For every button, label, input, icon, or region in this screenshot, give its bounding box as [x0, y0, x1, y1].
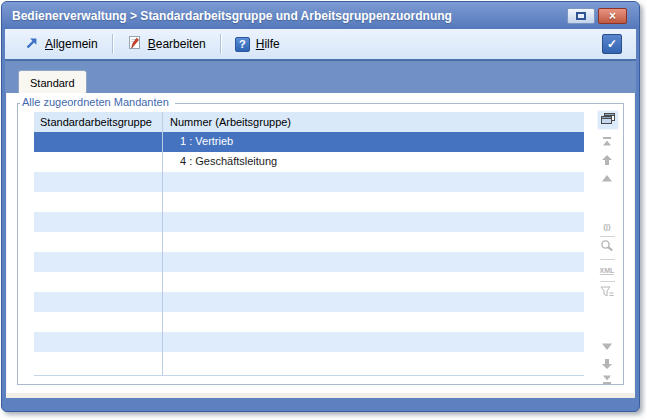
bearbeiten-button[interactable]: Bearbeiten — [119, 32, 214, 56]
hilfe-label: Hilfe — [256, 37, 280, 51]
allgemein-button[interactable]: Allgemein — [17, 33, 106, 56]
filter-icon — [600, 284, 614, 302]
step-down-icon — [600, 339, 614, 357]
tab-strip: Standard — [5, 60, 636, 93]
cell-nummer-arbeitsgruppe: 4 : Geschäftsleitung — [162, 152, 584, 172]
scroll-to-top-button[interactable] — [597, 134, 617, 152]
filter-button[interactable] — [597, 284, 617, 302]
table-row-empty[interactable] — [34, 332, 584, 352]
main-toolbar: Allgemein Bearbeiten ? Hilfe ✓ — [5, 29, 636, 60]
search-icon — [600, 239, 614, 257]
allgemein-label: Allgemein — [45, 37, 98, 51]
groupbox-legend: Alle zugeordneten Mandanten — [20, 96, 175, 108]
close-button[interactable]: × — [598, 8, 627, 24]
close-icon: × — [609, 10, 616, 22]
column-divider[interactable] — [162, 112, 163, 375]
workgroup-table: Standardarbeitsgruppe Nummer (Arbeitsgru… — [34, 112, 584, 352]
desktop-background: { "window": { "title": "Bedienerverwaltu… — [0, 0, 646, 420]
scroll-to-bottom-button[interactable] — [597, 371, 617, 389]
side-toolbar-separator — [600, 236, 615, 237]
app-window: Bedienerverwaltung > Standardarbeitsgrup… — [1, 1, 640, 412]
move-up-button[interactable] — [597, 152, 617, 170]
table-empty-rows — [34, 172, 584, 352]
xml-export-button[interactable]: XML — [597, 262, 617, 280]
cell-nummer-arbeitsgruppe: 1 : Vertrieb — [162, 132, 584, 152]
confirm-button[interactable]: ✓ — [602, 34, 622, 54]
step-up-icon — [600, 170, 614, 188]
tab-standard[interactable]: Standard — [18, 70, 87, 94]
table-row-empty[interactable] — [34, 292, 584, 312]
table-row-empty[interactable] — [34, 232, 584, 252]
table-row-empty[interactable] — [34, 212, 584, 232]
table-row-empty[interactable] — [34, 172, 584, 192]
table-row-empty[interactable] — [34, 192, 584, 212]
move-up-icon — [600, 152, 614, 170]
xml-export-icon: XML — [600, 267, 615, 275]
toolbar-separator — [112, 34, 113, 54]
window-title: Bedienerverwaltung > Standardarbeitsgrup… — [12, 9, 452, 23]
bearbeiten-label: Bearbeiten — [148, 37, 206, 51]
content-panel: Alle zugeordneten Mandanten Standardarbe… — [6, 93, 635, 398]
arrow-up-right-icon — [25, 36, 39, 53]
side-toolbar-separator — [600, 259, 615, 260]
table-row-selected[interactable]: 1 : Vertrieb — [34, 132, 584, 152]
column-header-nummer-arbeitsgruppe[interactable]: Nummer (Arbeitsgruppe) — [162, 112, 584, 132]
restore-icon — [576, 12, 586, 20]
check-icon: ✓ — [607, 37, 617, 51]
table-row-empty[interactable] — [34, 312, 584, 332]
titlebar[interactable]: Bedienerverwaltung > Standardarbeitsgrup… — [2, 2, 639, 29]
step-up-button[interactable] — [597, 170, 617, 188]
cell-standardarbeitsgruppe — [34, 132, 162, 152]
scroll-to-bottom-icon — [600, 371, 614, 389]
table-row-empty[interactable] — [34, 272, 584, 292]
restore-button[interactable] — [567, 8, 595, 24]
table-header-row: Standardarbeitsgruppe Nummer (Arbeitsgru… — [34, 112, 584, 132]
column-width-button[interactable]: (|) — [597, 217, 617, 235]
side-toolbar-separator — [600, 281, 615, 282]
table-row[interactable]: 4 : Geschäftsleitung — [34, 152, 584, 172]
step-down-button[interactable] — [597, 339, 617, 357]
toolbar-separator — [220, 34, 221, 54]
table-bottom-border — [34, 375, 584, 376]
window-controls: × — [567, 8, 627, 24]
hilfe-button[interactable]: ? Hilfe — [227, 34, 288, 55]
copy-columns-icon — [601, 111, 615, 129]
cell-standardarbeitsgruppe — [34, 152, 162, 172]
edit-page-icon — [127, 35, 142, 53]
tab-standard-label: Standard — [30, 77, 75, 89]
column-header-standardarbeitsgruppe[interactable]: Standardarbeitsgruppe — [34, 112, 162, 132]
copy-columns-button[interactable] — [597, 110, 619, 130]
groupbox-mandanten: Alle zugeordneten Mandanten Standardarbe… — [17, 103, 624, 385]
column-width-icon: (|) — [603, 222, 611, 231]
help-icon: ? — [235, 37, 250, 52]
table-row-empty[interactable] — [34, 252, 584, 272]
search-button[interactable] — [597, 239, 617, 257]
scroll-to-top-icon — [600, 134, 614, 152]
